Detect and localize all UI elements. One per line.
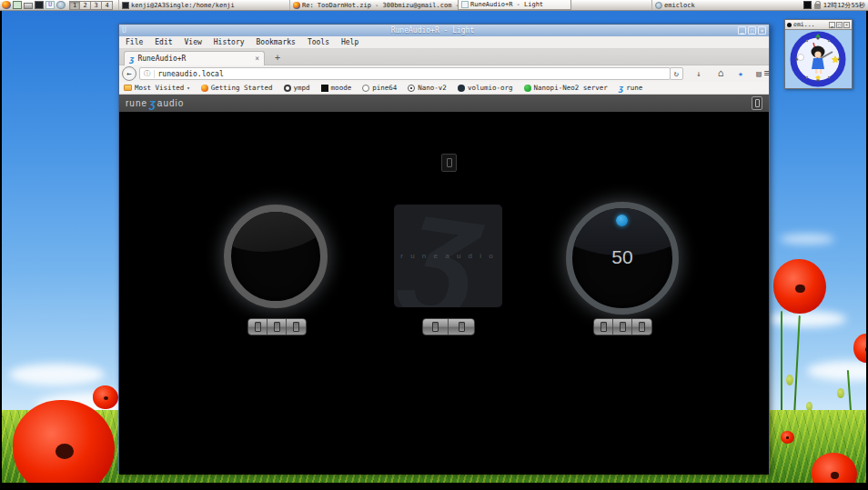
task-terminal[interactable]: kenji@2A3Single:/home/kenji	[118, 0, 289, 10]
volume-down-button[interactable]	[594, 319, 613, 335]
bookmark-label: Most Visited	[135, 84, 184, 92]
maximize-button[interactable]: □	[748, 26, 756, 35]
bookmark-volumio[interactable]: volumio-org	[458, 84, 513, 92]
minimize-button[interactable]: ▁	[738, 26, 746, 35]
rune-logo-icon: ʒ	[149, 96, 156, 110]
url-divider	[154, 70, 155, 78]
terminal-launcher-icon[interactable]	[35, 1, 44, 9]
bookmark-rune[interactable]: ʒ rune	[619, 84, 642, 92]
emiclock-title: emi...	[793, 21, 814, 28]
task-runeaudio[interactable]: RuneAudio+R - Light	[458, 0, 571, 10]
globe-launcher-icon[interactable]	[56, 1, 66, 9]
browser-launcher-icon[interactable]: U	[45, 1, 55, 9]
tab-label: RuneAudio+R	[137, 55, 186, 63]
maximize-button[interactable]: □	[836, 22, 843, 28]
download-icon[interactable]: ↓	[691, 67, 707, 80]
moode-icon	[321, 85, 328, 92]
close-button[interactable]: ×	[843, 22, 850, 28]
workspace-1[interactable]: 1	[69, 1, 80, 10]
mute-icon	[620, 322, 626, 332]
home-icon[interactable]: ⌂	[712, 67, 729, 80]
mute-button[interactable]	[613, 319, 632, 335]
lock-icon	[814, 4, 821, 9]
toggle-glyph-icon	[447, 158, 452, 167]
bookmark-label: moode	[331, 84, 352, 92]
back-button[interactable]: ←	[122, 66, 136, 81]
menu-help[interactable]: Help	[341, 38, 358, 46]
emiclock-window: emi... ▁ □ ×	[784, 19, 853, 89]
header-menu-button[interactable]	[752, 96, 762, 110]
firefox-launcher-icon[interactable]	[2, 1, 11, 9]
task-emiclock[interactable]: emiclock	[651, 0, 730, 10]
task-gmail[interactable]: Re: TooDarnHot.zip - 300bmizu@gmail.com …	[289, 0, 458, 10]
workspace-2[interactable]: 2	[80, 1, 91, 10]
seek-knob[interactable]	[224, 205, 328, 308]
url-text[interactable]: runeaudio.local	[158, 70, 224, 78]
bookmark-ympd[interactable]: ympd	[284, 84, 310, 92]
bookmark-moode[interactable]: moode	[321, 84, 352, 92]
browser-icon	[461, 1, 469, 8]
next-button[interactable]	[449, 319, 474, 335]
bookmark-getting-started[interactable]: Getting Started	[201, 84, 273, 92]
emiclock-titlebar[interactable]: emi... ▁ □ ×	[785, 20, 852, 30]
tab-runeaudio[interactable]: ʒ RuneAudio+R ×	[124, 51, 265, 65]
hamburger-menu-icon[interactable]: ≡	[759, 67, 775, 80]
window-icon: U	[122, 26, 129, 35]
album-art[interactable]: ʒ r u n e a u d i o	[394, 205, 502, 307]
menu-bookmarks[interactable]: Bookmarks	[257, 38, 296, 46]
task-label: RuneAudio+R - Light	[470, 1, 543, 8]
top-toggle-button[interactable]	[441, 154, 457, 172]
volume-knob[interactable]: 50	[566, 202, 679, 315]
site-info-icon[interactable]: ⓘ	[140, 69, 154, 78]
folder-icon	[124, 85, 132, 91]
system-tray: 12時12分55秒	[803, 1, 868, 10]
tab-close-icon[interactable]: ×	[255, 55, 259, 63]
brand-audio: audio	[157, 98, 184, 108]
page-header: rune ʒ audio	[119, 95, 769, 112]
menu-file[interactable]: File	[126, 38, 143, 46]
browser-titlebar[interactable]: U RuneAudio+R - Light ▁ □ ×	[119, 25, 769, 36]
window-title: RuneAudio+R - Light	[129, 26, 736, 35]
bookmark-nano-v2[interactable]: Nano-v2	[408, 84, 447, 92]
random-button[interactable]	[267, 319, 287, 335]
previous-button[interactable]	[423, 319, 449, 335]
cloud	[780, 234, 834, 245]
single-button[interactable]	[287, 319, 306, 335]
images-launcher-icon[interactable]	[13, 1, 22, 9]
previous-icon	[432, 322, 439, 332]
close-button[interactable]: ×	[758, 26, 766, 35]
bookmark-nanopi-neo2[interactable]: Nanopi-Neo2 server	[524, 84, 608, 92]
emiclock-window-icon	[787, 23, 792, 27]
volume-up-button[interactable]	[632, 319, 651, 335]
volume-buttons	[593, 318, 652, 335]
bookmark-most-visited[interactable]: Most Visited ▾	[124, 84, 190, 92]
menu-view[interactable]: View	[185, 38, 202, 46]
clock-icon	[655, 2, 662, 9]
new-tab-button[interactable]: +	[270, 52, 285, 65]
tab-bar: ʒ RuneAudio+R × +	[119, 49, 769, 65]
next-icon	[459, 322, 465, 332]
minimizer-launcher-icon[interactable]	[24, 3, 33, 9]
poppy-bud	[837, 388, 844, 398]
globe-icon	[201, 85, 208, 92]
bookmark-pine64[interactable]: pine64	[362, 84, 397, 92]
random-icon	[274, 322, 280, 332]
tray-app-icon[interactable]	[803, 1, 812, 9]
bookmark-star-icon[interactable]: ★	[732, 67, 749, 80]
poppy-bud	[786, 375, 793, 385]
menu-bar: File Edit View History Bookmarks Tools H…	[119, 36, 769, 49]
minimize-button[interactable]: ▁	[829, 22, 835, 28]
menu-tools[interactable]: Tools	[308, 38, 329, 46]
repeat-button[interactable]	[248, 319, 267, 335]
reload-button[interactable]: ↻	[670, 67, 683, 80]
playback-mode-buttons	[247, 318, 307, 335]
url-bar[interactable]: ⓘ runeaudio.local	[139, 67, 671, 80]
workspace-pager: 1 2 3 4	[69, 1, 113, 10]
single-icon	[293, 322, 299, 332]
workspace-3[interactable]: 3	[91, 1, 102, 10]
menu-edit[interactable]: Edit	[155, 38, 172, 46]
menu-history[interactable]: History	[214, 38, 245, 46]
brand-rune: rune	[126, 98, 147, 108]
repeat-icon	[255, 322, 261, 332]
workspace-4[interactable]: 4	[102, 1, 113, 10]
